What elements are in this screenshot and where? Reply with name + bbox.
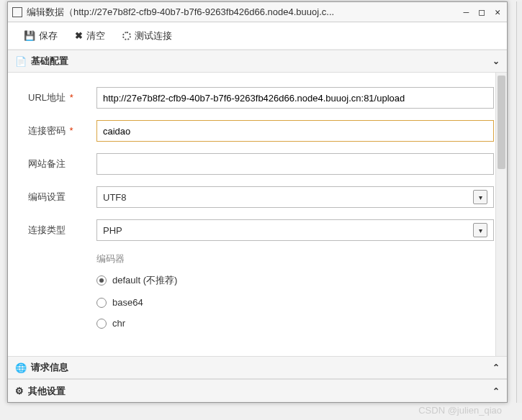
encoder-block: 编码器 default (不推荐) base64 chr — [96, 252, 494, 329]
toolbar: 💾 保存 ✖ 清空 测试连接 — [8, 22, 507, 50]
chevron-up-icon: ⌃ — [492, 386, 500, 396]
document-icon: 📄 — [15, 56, 27, 67]
encoder-option-default[interactable]: default (不推荐) — [96, 274, 494, 287]
window-title: 编辑数据（http://27e7b8f2-cfb9-40b7-b7f6-9263… — [27, 6, 462, 19]
titlebar[interactable]: 编辑数据（http://27e7b8f2-cfb9-40b7-b7f6-9263… — [8, 2, 507, 22]
password-label: 连接密码 * — [28, 124, 96, 137]
close-button[interactable]: ✕ — [492, 6, 503, 17]
encoder-label: default (不推荐) — [112, 274, 177, 287]
url-label: URL地址 * — [28, 91, 96, 104]
encoder-label: chr — [112, 318, 125, 329]
remark-input[interactable] — [96, 153, 494, 175]
radio-icon — [96, 275, 107, 286]
encoding-select[interactable]: UTF8 ▾ — [96, 186, 494, 208]
type-value: PHP — [103, 225, 473, 236]
chevron-down-icon: ⌄ — [492, 56, 500, 66]
encoder-option-chr[interactable]: chr — [96, 318, 494, 329]
row-type: 连接类型 PHP ▾ — [28, 219, 494, 241]
minimize-button[interactable]: – — [462, 6, 472, 17]
clear-label: 清空 — [86, 29, 105, 42]
type-label: 连接类型 — [28, 224, 96, 237]
globe-icon: 🌐 — [15, 362, 27, 373]
section-basic-header[interactable]: 📄 基础配置 ⌄ — [8, 50, 507, 73]
section-request-title: 请求信息 — [31, 361, 68, 374]
radio-icon — [96, 298, 107, 308]
section-basic-title: 基础配置 — [31, 55, 68, 68]
section-request-header[interactable]: 🌐 请求信息 ⌃ — [8, 356, 507, 379]
dialog-window: 编辑数据（http://27e7b8f2-cfb9-40b7-b7f6-9263… — [7, 1, 508, 403]
chevron-up-icon: ⌃ — [492, 362, 500, 373]
maximize-button[interactable]: □ — [477, 6, 487, 17]
encoding-value: UTF8 — [103, 192, 473, 203]
save-label: 保存 — [39, 29, 58, 42]
watermark: CSDN @julien_qiao — [418, 405, 502, 416]
encoder-option-base64[interactable]: base64 — [96, 297, 494, 308]
spinner-icon — [122, 32, 131, 40]
window-icon — [12, 7, 22, 17]
clear-icon: ✖ — [75, 30, 83, 41]
chevron-down-icon[interactable]: ▾ — [473, 190, 487, 204]
save-button[interactable]: 💾 保存 — [15, 26, 66, 46]
row-url: URL地址 * — [28, 87, 494, 109]
form-area: URL地址 * 连接密码 * 网站备注 编码设置 UTF8 ▾ 连接类型 PHP… — [8, 73, 507, 356]
section-other-title: 其他设置 — [28, 385, 66, 398]
radio-icon — [96, 319, 107, 329]
type-select[interactable]: PHP ▾ — [96, 219, 494, 241]
right-pane-edge — [516, 1, 522, 403]
encoding-label: 编码设置 — [28, 191, 96, 204]
remark-label: 网站备注 — [28, 158, 96, 170]
gear-icon: ⚙ — [15, 385, 24, 396]
window-controls: – □ ✕ — [462, 6, 503, 17]
scrollbar-thumb[interactable] — [498, 76, 505, 169]
test-label: 测试连接 — [135, 29, 172, 42]
password-input[interactable] — [96, 120, 494, 142]
url-input[interactable] — [96, 87, 494, 109]
clear-button[interactable]: ✖ 清空 — [66, 26, 114, 46]
row-remark: 网站备注 — [28, 153, 494, 175]
chevron-down-icon[interactable]: ▾ — [473, 223, 487, 237]
section-other-header[interactable]: ⚙ 其他设置 ⌃ — [8, 379, 507, 402]
encoder-title: 编码器 — [96, 252, 494, 265]
encoder-label: base64 — [112, 297, 143, 308]
save-icon: 💾 — [24, 30, 35, 41]
row-encoding: 编码设置 UTF8 ▾ — [28, 186, 494, 208]
test-connection-button[interactable]: 测试连接 — [114, 26, 181, 46]
row-password: 连接密码 * — [28, 120, 494, 142]
scrollbar[interactable] — [495, 73, 507, 356]
